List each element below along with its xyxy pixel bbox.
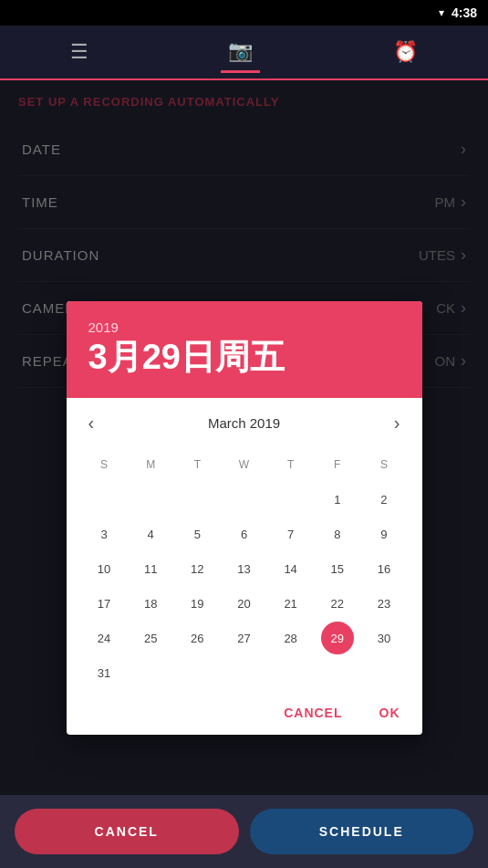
calendar-nav: ‹ March 2019 › [81,409,408,437]
cal-day-0-2 [174,483,221,516]
dialog-actions: CANCEL OK [67,691,422,735]
cal-day-1-6[interactable]: 9 [360,518,407,550]
cal-day-4-1[interactable]: 25 [128,622,174,654]
cal-day-2-2[interactable]: 12 [174,552,221,585]
nav-bar: ☰ 📷 ⏰ [0,26,488,80]
cancel-button[interactable]: CANCEL [15,809,239,854]
calendar-week-0: 12 [81,483,408,516]
alarm-icon[interactable]: ⏰ [386,33,425,71]
cal-day-2-3[interactable]: 13 [221,552,267,585]
calendar-week-3: 17181920212223 [81,587,408,620]
date-picker-dialog: 2019 3月29日周五 ‹ March 2019 › S M T W [67,301,422,736]
cal-day-0-5[interactable]: 1 [314,483,360,516]
cal-day-1-5[interactable]: 8 [314,518,360,550]
cal-day-1-3[interactable]: 6 [221,518,267,550]
day-header-m: M [128,448,174,481]
cal-day-4-3[interactable]: 27 [221,622,267,654]
cal-day-4-2[interactable]: 26 [174,622,221,654]
dialog-ok-button[interactable]: OK [372,702,408,724]
cal-day-5-1 [128,656,174,689]
cal-day-3-4[interactable]: 21 [267,587,314,620]
cal-day-0-1 [128,483,174,516]
month-label: March 2019 [208,415,280,431]
next-month-button[interactable]: › [387,409,408,437]
cal-day-1-4[interactable]: 7 [267,518,314,550]
dialog-cancel-button[interactable]: CANCEL [276,702,349,724]
cal-day-3-3[interactable]: 20 [221,587,267,620]
calendar-week-2: 10111213141516 [81,552,408,585]
calendar-week-4: 24252627282930 [81,622,408,654]
video-icon[interactable]: 📷 [221,32,260,73]
cal-day-0-3 [221,483,267,516]
cal-day-2-5[interactable]: 15 [314,552,360,585]
status-time: 4:38 [452,5,477,20]
dialog-date-title: 3月29日周五 [88,339,400,377]
cal-day-4-6[interactable]: 30 [360,622,407,654]
schedule-button[interactable]: SCHEDULE [250,809,474,854]
cal-day-3-0[interactable]: 17 [81,587,128,620]
cal-day-1-2[interactable]: 5 [174,518,221,550]
cal-day-3-1[interactable]: 18 [128,587,174,620]
bottom-buttons: CANCEL SCHEDULE [0,795,488,868]
cal-day-2-0[interactable]: 10 [81,552,128,585]
cal-day-2-4[interactable]: 14 [267,552,314,585]
dialog-body: ‹ March 2019 › S M T W T F S [67,398,422,689]
calendar-grid: S M T W T F S 12345678910111213141516171… [81,448,408,689]
cal-day-0-0 [81,483,128,516]
date-picker-overlay: 2019 3月29日周五 ‹ March 2019 › S M T W [0,161,488,795]
day-header-t1: T [174,448,221,481]
calendar-week-1: 3456789 [81,518,408,550]
cal-day-5-3 [221,656,267,689]
day-header-t2: T [267,448,314,481]
day-header-s2: S [360,448,407,481]
cal-day-2-1[interactable]: 11 [128,552,174,585]
cal-day-0-4 [267,483,314,516]
day-header-s1: S [81,448,128,481]
day-header-f: F [314,448,360,481]
cal-day-5-2 [174,656,221,689]
cal-day-3-6[interactable]: 23 [360,587,407,620]
wifi-icon: ▾ [439,6,444,19]
cal-day-5-5 [314,656,360,689]
cal-day-2-6[interactable]: 16 [360,552,407,585]
prev-month-button[interactable]: ‹ [81,409,102,437]
cal-day-0-6[interactable]: 2 [360,483,407,516]
cal-day-1-1[interactable]: 4 [128,518,174,550]
cal-day-5-4 [267,656,314,689]
cal-day-3-2[interactable]: 19 [174,587,221,620]
menu-icon[interactable]: ☰ [63,33,96,71]
dialog-header: 2019 3月29日周五 [67,301,422,399]
cal-day-4-4[interactable]: 28 [267,622,314,654]
day-header-w: W [221,448,267,481]
dialog-year: 2019 [88,319,400,335]
calendar-weeks: 1234567891011121314151617181920212223242… [81,483,408,689]
cal-day-5-0[interactable]: 31 [81,656,128,689]
cal-day-4-5[interactable]: 29 [321,622,354,654]
status-bar: ▾ 4:38 [0,0,488,26]
calendar-header-row: S M T W T F S [81,448,408,481]
cal-day-1-0[interactable]: 3 [81,518,128,550]
cal-day-3-5[interactable]: 22 [314,587,360,620]
calendar-week-5: 31 [81,656,408,689]
cal-day-4-0[interactable]: 24 [81,622,128,654]
cal-day-5-6 [360,656,407,689]
